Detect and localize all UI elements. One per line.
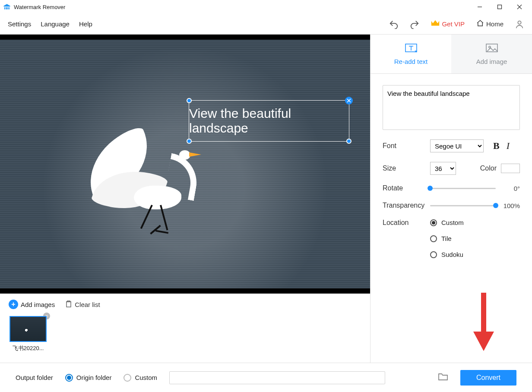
- app-title: Watermark Remover: [14, 4, 65, 10]
- output-option-custom[interactable]: Custom: [124, 374, 157, 382]
- get-vip-button[interactable]: Get VIP: [431, 19, 465, 29]
- location-custom-label: Custom: [441, 219, 464, 226]
- main-area: View the beautiful landscape + Add image…: [0, 35, 532, 363]
- add-images-label: Add images: [21, 301, 55, 308]
- transparency-value: 100%: [501, 202, 520, 209]
- menu-language[interactable]: Language: [41, 20, 70, 28]
- transparency-label: Transparency: [383, 202, 430, 209]
- bold-button[interactable]: B: [493, 140, 500, 152]
- output-option-origin[interactable]: Origin folder: [65, 374, 112, 382]
- overlay-text: View the beautiful landscape: [189, 106, 349, 136]
- resize-handle-bottom-right[interactable]: [346, 139, 352, 144]
- svg-point-2: [518, 21, 521, 24]
- crown-icon: [431, 19, 440, 29]
- watermark-text-input[interactable]: [383, 85, 520, 130]
- window-controls: [470, 0, 529, 14]
- plus-icon: +: [9, 300, 18, 309]
- location-label: Location: [383, 219, 430, 227]
- home-label: Home: [486, 20, 504, 28]
- thumbnail-image: [10, 316, 47, 342]
- convert-button[interactable]: Convert: [460, 370, 516, 386]
- tab-readd-text-label: Re-add text: [394, 58, 428, 65]
- undo-button[interactable]: [389, 19, 399, 29]
- location-sudoku-label: Sudoku: [441, 251, 463, 258]
- image-icon: [485, 43, 498, 54]
- window-close-button[interactable]: [510, 0, 529, 14]
- home-icon: [476, 19, 484, 28]
- location-options: Custom Tile Sudoku: [430, 219, 464, 258]
- red-arrow-icon: [471, 293, 497, 353]
- side-panel: Re-add text Add image Font Segoe UI B I: [370, 35, 532, 363]
- radio-icon: [65, 374, 73, 382]
- location-option-custom[interactable]: Custom: [430, 219, 464, 226]
- window-minimize-button[interactable]: [470, 0, 490, 14]
- redo-button[interactable]: [410, 19, 419, 29]
- menu-help[interactable]: Help: [79, 20, 92, 28]
- size-label: Size: [383, 164, 430, 172]
- resize-handle-top-left[interactable]: [187, 98, 192, 103]
- browse-folder-button[interactable]: [438, 373, 448, 383]
- profile-button[interactable]: [515, 19, 524, 29]
- canvas-column: View the beautiful landscape + Add image…: [0, 35, 370, 363]
- tab-readd-text[interactable]: Re-add text: [370, 35, 451, 73]
- rotate-slider[interactable]: [430, 185, 496, 191]
- convert-label: Convert: [476, 374, 500, 382]
- vip-label: Get VIP: [442, 20, 465, 28]
- location-tile-label: Tile: [441, 235, 452, 242]
- color-label: Color: [480, 164, 497, 172]
- output-folder-label: Output folder: [16, 374, 53, 381]
- app-icon: [3, 3, 11, 11]
- font-label: Font: [383, 142, 430, 150]
- window-maximize-button[interactable]: [490, 0, 510, 14]
- radio-icon: [430, 251, 437, 258]
- svg-point-6: [489, 46, 491, 48]
- output-path-input[interactable]: [169, 371, 385, 384]
- overlay-close-button[interactable]: [345, 97, 353, 104]
- trash-icon: [65, 300, 72, 309]
- main-menu: Settings Language Help: [8, 20, 92, 28]
- radio-icon: [430, 219, 437, 226]
- thumbnail-list: × 飞书20220...: [9, 316, 361, 352]
- radio-icon: [430, 235, 437, 242]
- transparency-slider[interactable]: [430, 202, 496, 209]
- thumbnail-name: 飞书20220...: [9, 345, 48, 352]
- bottom-bar: Output folder Origin folder Custom Conve…: [0, 363, 532, 392]
- italic-button[interactable]: I: [507, 140, 510, 152]
- size-select[interactable]: 36: [430, 162, 456, 175]
- toolbar: Settings Language Help Get VIP Home: [0, 14, 532, 35]
- svg-rect-1: [498, 5, 502, 9]
- svg-marker-7: [473, 293, 494, 351]
- rotate-label: Rotate: [383, 184, 430, 192]
- tab-add-image-label: Add image: [476, 58, 507, 65]
- rotate-value: 0°: [501, 185, 520, 192]
- svg-rect-3: [66, 302, 71, 307]
- text-box-icon: [405, 43, 418, 54]
- text-overlay[interactable]: View the beautiful landscape: [189, 100, 349, 142]
- tab-add-image[interactable]: Add image: [451, 35, 532, 73]
- thumbnail-bar: + Add images Clear list × 飞书20220...: [0, 294, 370, 363]
- home-button[interactable]: Home: [476, 19, 504, 28]
- thumbnail[interactable]: × 飞书20220...: [9, 316, 48, 352]
- resize-handle-bottom-left[interactable]: [187, 139, 192, 144]
- color-swatch[interactable]: [501, 164, 520, 173]
- custom-folder-label: Custom: [135, 374, 157, 381]
- clear-list-button[interactable]: Clear list: [65, 300, 100, 309]
- location-option-sudoku[interactable]: Sudoku: [430, 251, 464, 258]
- add-images-button[interactable]: + Add images: [9, 300, 55, 309]
- origin-folder-label: Origin folder: [76, 374, 112, 381]
- titlebar: Watermark Remover: [0, 0, 532, 14]
- preview-image: [0, 40, 370, 288]
- canvas[interactable]: View the beautiful landscape: [0, 35, 370, 294]
- side-tabs: Re-add text Add image: [370, 35, 532, 74]
- clear-list-label: Clear list: [75, 301, 100, 308]
- radio-icon: [124, 374, 131, 382]
- font-select[interactable]: Segoe UI: [430, 139, 484, 152]
- location-option-tile[interactable]: Tile: [430, 235, 464, 242]
- menu-settings[interactable]: Settings: [8, 20, 31, 28]
